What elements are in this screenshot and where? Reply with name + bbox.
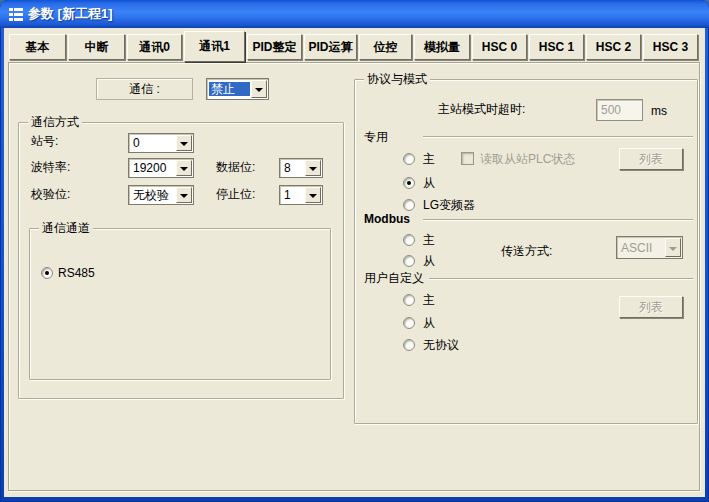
master-timeout-label: 主站模式时超时:	[438, 102, 525, 116]
comm-channel-groupbox: 通信通道	[29, 228, 331, 380]
data-bits-label: 数据位:	[216, 160, 255, 174]
transfer-mode-value: ASCII	[621, 241, 664, 255]
data-bits-combobox[interactable]: 8	[279, 158, 323, 178]
user-defined-slave-label: 从	[423, 316, 435, 330]
dedicated-master-radio[interactable]	[403, 153, 415, 165]
stop-bits-combobox[interactable]: 1	[279, 185, 323, 205]
dedicated-separator	[423, 136, 693, 138]
dialog-client-area: 基本 中断 通讯0 通讯1 PID整定 PID运算 位控 模拟量 HSC 0 H…	[4, 28, 705, 497]
app-icon	[8, 7, 24, 22]
tab-comm1[interactable]: 通讯1	[184, 31, 245, 62]
modbus-slave-label: 从	[423, 254, 435, 268]
chevron-down-icon[interactable]	[251, 80, 267, 98]
chevron-down-icon[interactable]	[665, 238, 681, 257]
window-title: 参数 [新工程1]	[28, 5, 113, 23]
modbus-separator	[423, 219, 693, 221]
chevron-down-icon[interactable]	[176, 187, 192, 203]
tab-pid-tuning[interactable]: PID整定	[247, 34, 302, 60]
transfer-mode-combobox[interactable]: ASCII	[616, 236, 683, 259]
user-defined-section-label: 用户自定义	[364, 271, 424, 285]
tab-basic[interactable]: 基本	[9, 34, 66, 60]
chevron-down-icon[interactable]	[305, 160, 321, 176]
parity-combobox[interactable]: 无校验	[128, 185, 194, 205]
data-bits-value: 8	[284, 161, 304, 175]
comm-label: 通信 :	[129, 81, 160, 98]
chevron-down-icon[interactable]	[305, 187, 321, 203]
parity-label: 校验位:	[31, 187, 70, 201]
no-protocol-label: 无协议	[423, 338, 459, 352]
user-defined-master-radio[interactable]	[403, 294, 415, 306]
baud-rate-label: 波特率:	[31, 160, 70, 174]
titlebar[interactable]: 参数 [新工程1]	[0, 0, 709, 28]
lg-inverter-radio[interactable]	[403, 199, 415, 211]
modbus-slave-radio[interactable]	[403, 255, 415, 267]
parameters-dialog: 参数 [新工程1] 基本 中断 通讯0 通讯1 PID整定 PID运算 位控 模…	[0, 0, 709, 502]
tab-hsc1[interactable]: HSC 1	[529, 34, 584, 60]
comm-enable-combobox[interactable]: 禁止	[206, 78, 269, 100]
modbus-master-label: 主	[423, 233, 435, 247]
comm-channel-group-title: 通信通道	[39, 222, 93, 235]
dedicated-list-button[interactable]: 列表	[619, 148, 683, 170]
modbus-master-radio[interactable]	[403, 234, 415, 246]
user-defined-slave-radio[interactable]	[403, 317, 415, 329]
timeout-unit-label: ms	[651, 104, 667, 118]
no-protocol-radio[interactable]	[403, 339, 415, 351]
chevron-down-icon[interactable]	[176, 160, 192, 176]
lg-inverter-label: LG变频器	[423, 198, 475, 212]
dedicated-slave-label: 从	[423, 176, 435, 190]
rs485-label: RS485	[58, 266, 95, 280]
tab-interrupt[interactable]: 中断	[68, 34, 125, 60]
protocol-mode-group-title: 协议与模式	[364, 73, 430, 86]
comm1-tab-panel: 通信 : 禁止 通信方式 站号: 0 波特率: 19200 数据位: 8	[8, 62, 700, 491]
tab-pid-operation[interactable]: PID运算	[304, 34, 357, 60]
stop-bits-value: 1	[284, 188, 304, 202]
dedicated-section-label: 专用	[364, 130, 388, 144]
user-defined-master-label: 主	[423, 293, 435, 307]
rs485-radio[interactable]	[41, 267, 53, 279]
master-timeout-input[interactable]: 500	[596, 99, 643, 121]
dedicated-slave-radio[interactable]	[403, 177, 415, 189]
comm-mode-group-title: 通信方式	[28, 116, 82, 129]
transfer-mode-label: 传送方式:	[501, 244, 552, 258]
dedicated-master-label: 主	[423, 152, 435, 166]
chevron-down-icon[interactable]	[176, 135, 192, 151]
tab-hsc0[interactable]: HSC 0	[472, 34, 527, 60]
user-defined-list-button[interactable]: 列表	[619, 296, 683, 318]
tab-analog[interactable]: 模拟量	[414, 34, 470, 60]
tab-hsc3[interactable]: HSC 3	[643, 34, 698, 60]
station-number-value: 0	[133, 136, 175, 150]
tab-position-control[interactable]: 位控	[359, 34, 412, 60]
parity-value: 无校验	[133, 188, 175, 202]
comm-label-box: 通信 :	[96, 78, 193, 100]
station-number-label: 站号:	[31, 134, 58, 148]
tab-hsc2[interactable]: HSC 2	[586, 34, 641, 60]
tab-strip: 基本 中断 通讯0 通讯1 PID整定 PID运算 位控 模拟量 HSC 0 H…	[9, 32, 700, 61]
modbus-section-label: Modbus	[364, 212, 410, 226]
baud-rate-combobox[interactable]: 19200	[128, 158, 194, 178]
station-number-combobox[interactable]: 0	[128, 133, 194, 153]
read-slave-plc-status-label: 读取从站PLC状态	[480, 152, 575, 166]
user-defined-separator	[429, 278, 693, 280]
tab-comm0[interactable]: 通讯0	[127, 34, 182, 60]
read-slave-plc-status-checkbox[interactable]	[461, 152, 474, 165]
stop-bits-label: 停止位:	[216, 187, 255, 201]
baud-rate-value: 19200	[133, 161, 175, 175]
comm-enable-value: 禁止	[209, 82, 250, 96]
